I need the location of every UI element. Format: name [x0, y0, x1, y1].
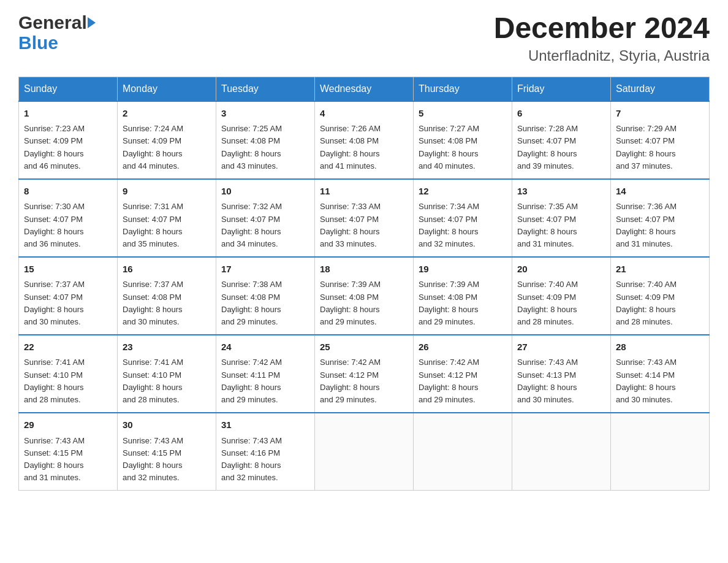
day-number: 28 [616, 340, 704, 354]
day-info: Sunrise: 7:38 AMSunset: 4:08 PMDaylight:… [221, 278, 309, 328]
day-number: 21 [616, 262, 704, 277]
day-info: Sunrise: 7:31 AMSunset: 4:07 PMDaylight:… [123, 201, 211, 250]
calendar-cell: 18Sunrise: 7:39 AMSunset: 4:08 PMDayligh… [315, 257, 414, 335]
day-info: Sunrise: 7:42 AMSunset: 4:12 PMDaylight:… [320, 356, 408, 406]
day-number: 5 [419, 107, 507, 121]
calendar-cell: 4Sunrise: 7:26 AMSunset: 4:08 PMDaylight… [315, 101, 414, 179]
calendar-week-row: 15Sunrise: 7:37 AMSunset: 4:07 PMDayligh… [19, 257, 710, 335]
day-number: 4 [320, 107, 408, 121]
day-number: 22 [24, 340, 112, 354]
day-info: Sunrise: 7:34 AMSunset: 4:07 PMDaylight:… [419, 201, 507, 250]
day-number: 25 [320, 340, 408, 354]
day-info: Sunrise: 7:41 AMSunset: 4:10 PMDaylight:… [24, 356, 112, 406]
calendar-cell [315, 413, 414, 491]
day-number: 10 [221, 185, 309, 199]
day-info: Sunrise: 7:37 AMSunset: 4:07 PMDaylight:… [24, 278, 112, 328]
day-number: 17 [221, 262, 309, 277]
calendar-cell: 31Sunrise: 7:43 AMSunset: 4:16 PMDayligh… [216, 413, 315, 491]
calendar-cell: 6Sunrise: 7:28 AMSunset: 4:07 PMDaylight… [512, 101, 611, 179]
day-info: Sunrise: 7:41 AMSunset: 4:10 PMDaylight:… [123, 356, 211, 406]
calendar-cell: 11Sunrise: 7:33 AMSunset: 4:07 PMDayligh… [315, 179, 414, 257]
calendar-cell: 17Sunrise: 7:38 AMSunset: 4:08 PMDayligh… [216, 257, 315, 335]
day-number: 31 [221, 418, 309, 432]
day-number: 15 [24, 262, 112, 277]
title-area: December 2024 Unterfladnitz, Styria, Aus… [494, 12, 710, 64]
calendar-cell: 7Sunrise: 7:29 AMSunset: 4:07 PMDaylight… [611, 101, 710, 179]
day-number: 16 [123, 262, 211, 277]
calendar-cell: 8Sunrise: 7:30 AMSunset: 4:07 PMDaylight… [19, 179, 118, 257]
day-number: 29 [24, 418, 112, 432]
calendar-cell: 25Sunrise: 7:42 AMSunset: 4:12 PMDayligh… [315, 335, 414, 413]
day-number: 9 [123, 185, 211, 199]
calendar-cell: 2Sunrise: 7:24 AMSunset: 4:09 PMDaylight… [118, 101, 216, 179]
day-number: 6 [517, 107, 605, 121]
calendar-cell [414, 413, 512, 491]
column-header-saturday: Saturday [611, 77, 710, 101]
column-header-thursday: Thursday [414, 77, 512, 101]
logo-blue: Blue [18, 33, 96, 53]
calendar-week-row: 29Sunrise: 7:43 AMSunset: 4:15 PMDayligh… [19, 413, 710, 491]
day-info: Sunrise: 7:33 AMSunset: 4:07 PMDaylight:… [320, 201, 408, 250]
calendar-cell: 3Sunrise: 7:25 AMSunset: 4:08 PMDaylight… [216, 101, 315, 179]
day-info: Sunrise: 7:28 AMSunset: 4:07 PMDaylight:… [517, 123, 605, 172]
calendar-cell: 24Sunrise: 7:42 AMSunset: 4:11 PMDayligh… [216, 335, 315, 413]
calendar-cell: 15Sunrise: 7:37 AMSunset: 4:07 PMDayligh… [19, 257, 118, 335]
calendar-cell: 29Sunrise: 7:43 AMSunset: 4:15 PMDayligh… [19, 413, 118, 491]
day-number: 18 [320, 262, 408, 277]
calendar-cell: 23Sunrise: 7:41 AMSunset: 4:10 PMDayligh… [118, 335, 216, 413]
day-number: 26 [419, 340, 507, 354]
calendar-cell: 22Sunrise: 7:41 AMSunset: 4:10 PMDayligh… [19, 335, 118, 413]
calendar-table: SundayMondayTuesdayWednesdayThursdayFrid… [18, 77, 710, 491]
day-info: Sunrise: 7:25 AMSunset: 4:08 PMDaylight:… [221, 123, 309, 172]
calendar-header-row: SundayMondayTuesdayWednesdayThursdayFrid… [19, 77, 710, 101]
day-number: 27 [517, 340, 605, 354]
calendar-cell: 27Sunrise: 7:43 AMSunset: 4:13 PMDayligh… [512, 335, 611, 413]
day-number: 20 [517, 262, 605, 277]
column-header-tuesday: Tuesday [216, 77, 315, 101]
calendar-week-row: 22Sunrise: 7:41 AMSunset: 4:10 PMDayligh… [19, 335, 710, 413]
day-info: Sunrise: 7:29 AMSunset: 4:07 PMDaylight:… [616, 123, 704, 172]
day-info: Sunrise: 7:42 AMSunset: 4:12 PMDaylight:… [419, 356, 507, 406]
calendar-cell: 30Sunrise: 7:43 AMSunset: 4:15 PMDayligh… [118, 413, 216, 491]
day-info: Sunrise: 7:43 AMSunset: 4:16 PMDaylight:… [221, 435, 309, 484]
column-header-monday: Monday [118, 77, 216, 101]
day-info: Sunrise: 7:43 AMSunset: 4:15 PMDaylight:… [123, 435, 211, 484]
calendar-cell: 28Sunrise: 7:43 AMSunset: 4:14 PMDayligh… [611, 335, 710, 413]
column-header-sunday: Sunday [19, 77, 118, 101]
calendar-cell: 20Sunrise: 7:40 AMSunset: 4:09 PMDayligh… [512, 257, 611, 335]
day-info: Sunrise: 7:23 AMSunset: 4:09 PMDaylight:… [24, 123, 112, 172]
day-number: 12 [419, 185, 507, 199]
day-info: Sunrise: 7:24 AMSunset: 4:09 PMDaylight:… [123, 123, 211, 172]
calendar-cell: 1Sunrise: 7:23 AMSunset: 4:09 PMDaylight… [19, 101, 118, 179]
calendar-cell: 21Sunrise: 7:40 AMSunset: 4:09 PMDayligh… [611, 257, 710, 335]
day-info: Sunrise: 7:39 AMSunset: 4:08 PMDaylight:… [419, 278, 507, 328]
day-info: Sunrise: 7:39 AMSunset: 4:08 PMDaylight:… [320, 278, 408, 328]
day-number: 1 [24, 107, 112, 121]
day-info: Sunrise: 7:43 AMSunset: 4:15 PMDaylight:… [24, 435, 112, 484]
calendar-cell: 16Sunrise: 7:37 AMSunset: 4:08 PMDayligh… [118, 257, 216, 335]
day-number: 8 [24, 185, 112, 199]
day-info: Sunrise: 7:26 AMSunset: 4:08 PMDaylight:… [320, 123, 408, 172]
calendar-cell: 10Sunrise: 7:32 AMSunset: 4:07 PMDayligh… [216, 179, 315, 257]
calendar-cell: 12Sunrise: 7:34 AMSunset: 4:07 PMDayligh… [414, 179, 512, 257]
page-subtitle: Unterfladnitz, Styria, Austria [494, 47, 710, 64]
calendar-cell: 13Sunrise: 7:35 AMSunset: 4:07 PMDayligh… [512, 179, 611, 257]
day-number: 24 [221, 340, 309, 354]
calendar-cell: 19Sunrise: 7:39 AMSunset: 4:08 PMDayligh… [414, 257, 512, 335]
logo: General Blue [18, 12, 96, 53]
day-number: 19 [419, 262, 507, 277]
day-number: 7 [616, 107, 704, 121]
calendar-cell [512, 413, 611, 491]
day-number: 11 [320, 185, 408, 199]
day-info: Sunrise: 7:37 AMSunset: 4:08 PMDaylight:… [123, 278, 211, 328]
calendar-cell: 9Sunrise: 7:31 AMSunset: 4:07 PMDaylight… [118, 179, 216, 257]
calendar-cell [611, 413, 710, 491]
calendar-cell: 5Sunrise: 7:27 AMSunset: 4:08 PMDaylight… [414, 101, 512, 179]
day-number: 14 [616, 185, 704, 199]
day-number: 30 [123, 418, 211, 432]
day-info: Sunrise: 7:40 AMSunset: 4:09 PMDaylight:… [616, 278, 704, 328]
logo-general: General [18, 12, 96, 33]
day-number: 23 [123, 340, 211, 354]
day-info: Sunrise: 7:40 AMSunset: 4:09 PMDaylight:… [517, 278, 605, 328]
day-info: Sunrise: 7:27 AMSunset: 4:08 PMDaylight:… [419, 123, 507, 172]
